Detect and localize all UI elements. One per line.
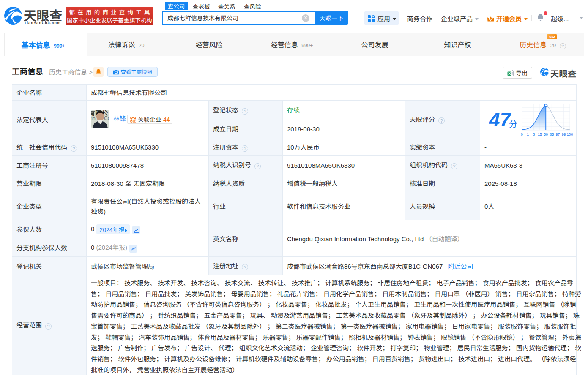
svg-text:50: 50 (544, 132, 548, 136)
svg-text:企: 企 (133, 117, 136, 123)
svg-text:1: 1 (527, 132, 529, 136)
svg-text:tio: tio (91, 116, 96, 122)
svg-text:0: 0 (521, 132, 523, 136)
svg-text:100: 100 (567, 132, 573, 136)
svg-text:15: 15 (538, 132, 542, 136)
svg-text:Co: Co (104, 115, 109, 121)
svg-text:85: 85 (550, 132, 554, 136)
svg-text:99: 99 (562, 132, 566, 136)
svg-text:97: 97 (556, 132, 560, 136)
svg-text:3: 3 (533, 132, 535, 136)
